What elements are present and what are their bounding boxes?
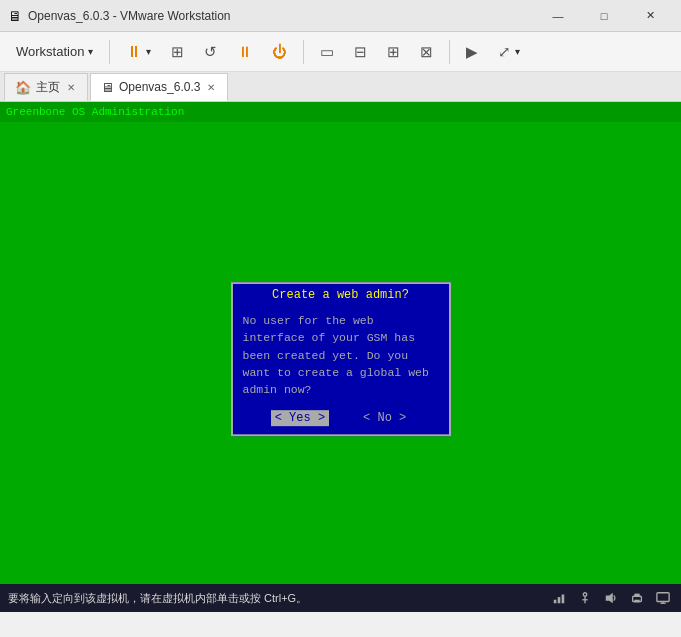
window-title: Openvas_6.0.3 - VMware Workstation [28, 9, 535, 23]
home-tab-close[interactable]: ✕ [65, 81, 77, 94]
console-icon: ▶ [466, 43, 478, 61]
view-button-3[interactable]: ⊞ [379, 39, 408, 65]
snapshot-button[interactable]: ⊞ [163, 39, 192, 65]
workstation-menu[interactable]: Workstation ▾ [8, 40, 101, 63]
dialog-no-button[interactable]: < No > [359, 410, 410, 426]
pause-icon: ⏸ [126, 43, 142, 61]
separator-1 [109, 40, 110, 64]
power-button[interactable]: ⏻ [264, 39, 295, 64]
maximize-button[interactable]: □ [581, 0, 627, 32]
fullscreen-icon: ⤢ [498, 43, 511, 61]
vm-tab-icon: 🖥 [101, 80, 114, 95]
dialog-yes-button[interactable]: < Yes > [271, 410, 329, 426]
pause-dropdown: ▾ [146, 46, 151, 57]
separator-2 [303, 40, 304, 64]
close-button[interactable]: ✕ [627, 0, 673, 32]
svg-rect-0 [554, 600, 557, 604]
suspend-icon: ⏸ [237, 43, 252, 60]
home-tab-label: 主页 [36, 79, 60, 96]
power-icon: ⏻ [272, 43, 287, 60]
svg-rect-8 [634, 594, 639, 597]
audio-status-icon[interactable] [601, 589, 621, 607]
svg-rect-9 [634, 600, 639, 603]
view-button-1[interactable]: ▭ [312, 39, 342, 65]
title-bar: 🖥 Openvas_6.0.3 - VMware Workstation — □… [0, 0, 681, 32]
svg-marker-6 [606, 593, 613, 604]
app-icon: 🖥 [8, 8, 22, 24]
workstation-label: Workstation [16, 44, 84, 59]
fullscreen-dropdown: ▾ [515, 46, 520, 57]
dialog-box: Create a web admin? No user for the web … [231, 282, 451, 436]
home-icon: 🏠 [15, 80, 31, 95]
view-icon-2: ⊟ [354, 43, 367, 61]
dialog-body: No user for the web interface of your GS… [233, 306, 449, 404]
tab-bar: 🏠 主页 ✕ 🖥 Openvas_6.0.3 ✕ [0, 72, 681, 102]
view-button-4[interactable]: ⊠ [412, 39, 441, 65]
tab-home[interactable]: 🏠 主页 ✕ [4, 73, 88, 101]
svg-rect-10 [657, 593, 669, 602]
status-message: 要将输入定向到该虚拟机，请在虚拟机内部单击或按 Ctrl+G。 [8, 591, 545, 606]
toolbar: Workstation ▾ ⏸ ▾ ⊞ ↺ ⏸ ⏻ ▭ ⊟ ⊞ ⊠ ▶ ⤢ ▾ [0, 32, 681, 72]
usb-status-icon[interactable] [575, 589, 595, 607]
svg-rect-1 [558, 597, 561, 603]
dialog-buttons: < Yes > < No > [233, 404, 449, 434]
console-button[interactable]: ▶ [458, 39, 486, 65]
svg-rect-2 [562, 595, 565, 604]
vm-label-bar: Greenbone OS Administration [0, 102, 681, 122]
printer-status-icon[interactable] [627, 589, 647, 607]
status-icons [549, 589, 673, 607]
view-icon-3: ⊞ [387, 43, 400, 61]
tab-openvas[interactable]: 🖥 Openvas_6.0.3 ✕ [90, 73, 228, 101]
network-status-icon[interactable] [549, 589, 569, 607]
snapshot-icon: ⊞ [171, 43, 184, 61]
revert-icon: ↺ [204, 43, 217, 61]
minimize-button[interactable]: — [535, 0, 581, 32]
view-button-2[interactable]: ⊟ [346, 39, 375, 65]
vm-tab-close[interactable]: ✕ [205, 81, 217, 94]
view-icon-4: ⊠ [420, 43, 433, 61]
view-icon-1: ▭ [320, 43, 334, 61]
svg-point-3 [583, 593, 587, 597]
fullscreen-button[interactable]: ⤢ ▾ [490, 39, 528, 65]
display-status-icon[interactable] [653, 589, 673, 607]
vm-os-label: Greenbone OS Administration [6, 106, 184, 118]
status-bar: 要将输入定向到该虚拟机，请在虚拟机内部单击或按 Ctrl+G。 [0, 584, 681, 612]
separator-3 [449, 40, 450, 64]
vm-screen[interactable]: Create a web admin? No user for the web … [0, 122, 681, 612]
suspend-button[interactable]: ⏸ [229, 39, 260, 64]
dialog-title: Create a web admin? [233, 284, 449, 306]
pause-button[interactable]: ⏸ ▾ [118, 39, 159, 65]
vm-tab-label: Openvas_6.0.3 [119, 80, 200, 94]
dropdown-arrow: ▾ [88, 46, 93, 57]
revert-button[interactable]: ↺ [196, 39, 225, 65]
